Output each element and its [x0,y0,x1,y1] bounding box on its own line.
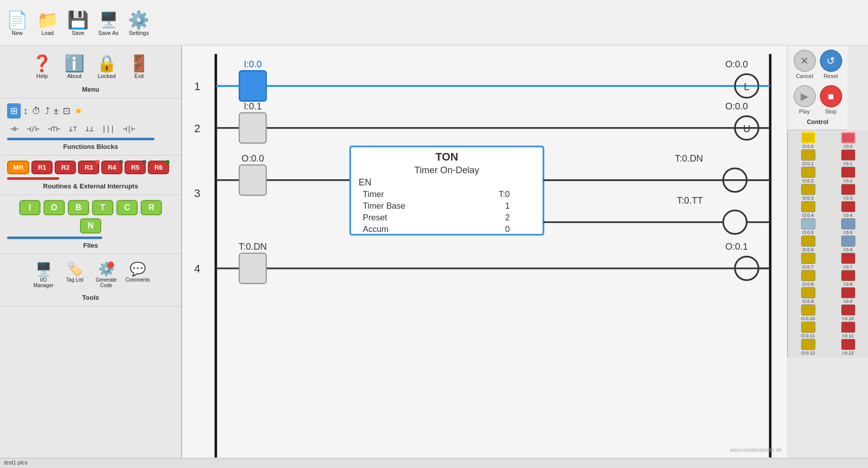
input-i01[interactable]: I:0.1 [829,149,867,166]
branch-tool[interactable]: ⤴ [44,104,51,118]
cancel-button[interactable]: ✕ Cancel [794,50,816,79]
contact-o00-rung3[interactable] [239,165,266,196]
input-light-i07[interactable] [841,253,855,264]
tag-list-button[interactable]: 🏷️ Tag List [61,259,89,290]
output-light-o01[interactable] [801,149,815,161]
output-light-o07[interactable] [801,253,815,264]
settings-button[interactable]: ⚙️ Settings [126,8,152,38]
input-light-i05[interactable] [841,218,855,229]
output-light-o010[interactable] [801,304,815,316]
comments-button[interactable]: 💬 Comments [123,259,152,290]
file-b[interactable]: B [68,200,89,215]
output-o010[interactable]: O:0.10 [789,304,827,321]
input-light-i011[interactable] [841,322,855,333]
file-t[interactable]: T [92,200,113,215]
routine-r2[interactable]: R2 [55,161,76,174]
output-o05[interactable]: O:0.5 [789,218,827,235]
save-button[interactable]: 💾 Save [65,8,91,38]
input-i012[interactable]: I:0.12 [829,339,867,356]
output-light-o05[interactable] [801,218,815,229]
input-i07[interactable]: I:0.7 [829,253,867,269]
output-o06[interactable]: O:0.6 [789,236,827,252]
file-n[interactable]: N [80,218,101,233]
output-o00[interactable]: O:0.0 [789,132,827,149]
input-light-i012[interactable] [841,339,855,350]
output-light-o09[interactable] [801,287,815,298]
input-i08[interactable]: I:0.8 [829,270,867,287]
contact-special[interactable]: ⊣|⊢ [119,123,138,135]
output-o04[interactable]: O:0.4 [789,201,827,218]
output-o03[interactable]: O:0.3 [789,184,827,201]
output-light-o00[interactable] [801,132,815,143]
output-light-o02[interactable] [801,167,815,178]
coil-t0tt[interactable] [723,210,747,233]
select-tool[interactable]: ⊞ [7,103,21,119]
input-light-i010[interactable] [841,304,855,316]
output-o011[interactable]: O:0.11 [789,322,827,338]
output-o01[interactable]: O:0.1 [789,149,827,166]
input-light-i01[interactable] [841,149,855,161]
output-light-o012[interactable] [801,339,815,350]
file-o[interactable]: O [44,200,65,215]
about-button[interactable]: ℹ️ About [59,52,90,81]
contact-t0dn[interactable] [239,253,266,284]
file-i[interactable]: I [19,200,40,215]
input-i04[interactable]: I:0.4 [829,201,867,218]
output-o02[interactable]: O:0.2 [789,167,827,183]
input-i06[interactable]: I:0.6 [829,236,867,252]
file-c[interactable]: C [116,200,138,215]
output-light-o06[interactable] [801,236,815,247]
input-i09[interactable]: I:0.9 [829,287,867,304]
input-light-i06[interactable] [841,236,855,247]
routine-r5[interactable]: R5 [125,161,146,174]
input-light-i09[interactable] [841,287,855,298]
input-i05[interactable]: I:0.5 [829,218,867,235]
compare-tool[interactable]: ⊡ [61,104,72,118]
contact-pos[interactable]: ⊥⊥ [82,123,97,135]
output-light-o04[interactable] [801,201,815,212]
output-o07[interactable]: O:0.7 [789,253,827,269]
contact-no[interactable]: ⊣⊢ [7,123,22,135]
saveas-button[interactable]: 🖥️ Save As [95,8,121,38]
arrow-tool[interactable]: ↕ [22,104,29,118]
input-i011[interactable]: I:0.11 [829,322,867,338]
routine-r1[interactable]: R1 [31,161,53,174]
coil-set[interactable]: ⊥⊤ [65,123,80,135]
input-i010[interactable]: I:0.10 [829,304,867,321]
file-r[interactable]: R [141,200,162,215]
routine-r6[interactable]: R6 [148,161,169,174]
output-o012[interactable]: O:0.12 [789,339,827,356]
exit-button[interactable]: 🚪 Exit [124,52,154,81]
generate-code-button[interactable]: ⚙️🔴 GenerateCode [92,259,120,290]
star-tool[interactable]: ★ [73,104,84,118]
ladder-canvas[interactable]: 1 I:0.0 O:0.0 L 2 I:0.1 O:0.0 U 3 [182,46,787,458]
help-button[interactable]: ❓ Help [27,52,57,81]
output-light-o08[interactable] [801,270,815,281]
input-light-i08[interactable] [841,270,855,281]
new-button[interactable]: 📄 New [4,8,30,38]
output-light-o011[interactable] [801,322,815,333]
load-button[interactable]: 📁 Load [34,8,61,38]
coil-out[interactable]: ⊣⊤⊢ [45,123,63,135]
input-light-i03[interactable] [841,184,855,195]
input-i00[interactable]: I:0.0 [829,132,867,149]
math-tool[interactable]: ± [52,104,60,118]
routine-r4[interactable]: R4 [101,161,122,174]
contact-i00[interactable] [239,71,266,101]
io-manager-button[interactable]: 🖥️ I/OManager [29,259,58,290]
input-i03[interactable]: I:0.3 [829,184,867,201]
input-light-i02[interactable] [841,167,855,178]
input-i02[interactable]: I:0.2 [829,167,867,183]
routine-mr[interactable]: MR [7,161,29,174]
routine-r3[interactable]: R3 [78,161,99,174]
contact-neg[interactable]: ||| [99,123,117,135]
timer-tool[interactable]: ⏱ [30,104,43,118]
contact-i01[interactable] [239,113,266,143]
input-light-i04[interactable] [841,201,855,212]
locked-button[interactable]: 🔒 Locked [92,52,122,81]
reset-button[interactable]: ↺ Reset [820,50,842,79]
output-o09[interactable]: O:0.9 [789,287,827,304]
output-light-o03[interactable] [801,184,815,195]
play-button[interactable]: ▶ Play [794,85,816,114]
input-light-i00[interactable] [841,132,855,143]
